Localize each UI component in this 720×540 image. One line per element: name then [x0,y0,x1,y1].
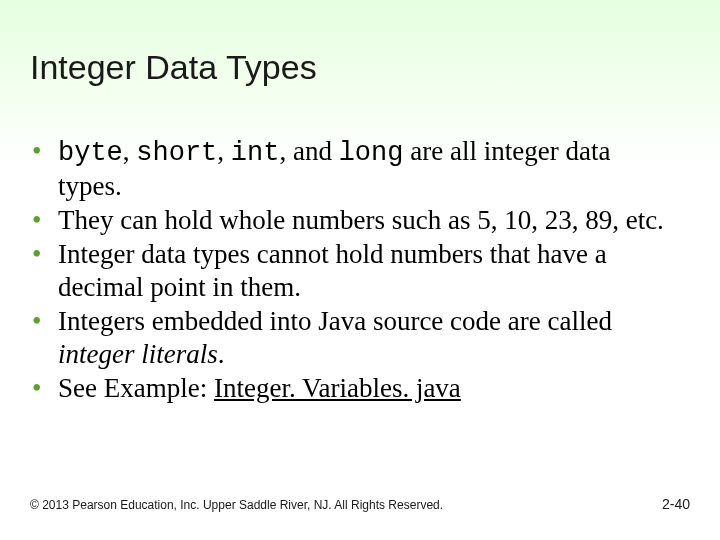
bullet-5: See Example: Integer. Variables. java [30,372,680,405]
example-link[interactable]: Integer. Variables. java [214,373,461,403]
text: , and [279,136,338,166]
bullet-2: They can hold whole numbers such as 5, 1… [30,204,680,237]
text: , [217,136,231,166]
bullet-4: Integers embedded into Java source code … [30,305,680,371]
text: Integers embedded into Java source code … [58,306,612,336]
slide-body: byte, short, int, and long are all integ… [30,135,680,406]
slide-title: Integer Data Types [30,48,317,87]
page-number: 2-40 [662,496,690,512]
bullet-list: byte, short, int, and long are all integ… [30,135,680,405]
slide: Integer Data Types byte, short, int, and… [0,0,720,540]
code-byte: byte [58,138,123,168]
code-long: long [339,138,404,168]
bullet-1: byte, short, int, and long are all integ… [30,135,680,203]
term-integer-literals: integer literals [58,339,218,369]
copyright-footer: © 2013 Pearson Education, Inc. Upper Sad… [30,498,443,512]
text: , [123,136,137,166]
text: . [218,339,225,369]
code-int: int [231,138,280,168]
bullet-3: Integer data types cannot hold numbers t… [30,238,680,304]
text: See Example: [58,373,214,403]
code-short: short [136,138,217,168]
